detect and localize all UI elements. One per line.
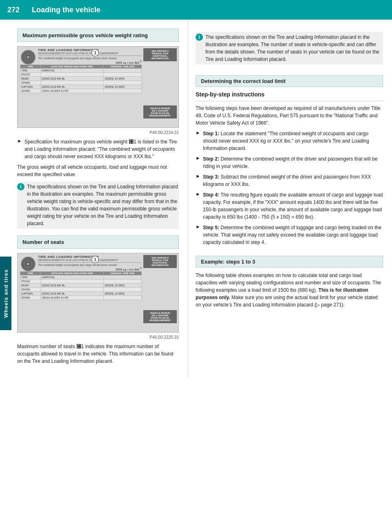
example-body-text: The following table shows examples on ho… xyxy=(196,272,383,308)
header-bar: 272 Loading the vehicle xyxy=(0,0,392,20)
step-3-body: Subtract the combined weight of the driv… xyxy=(203,174,371,187)
arrow-item-1: ► Specification for maximum gross vehicl… xyxy=(17,138,179,160)
step-4-text: Step 4: The resulting figure equals the … xyxy=(203,191,383,221)
step-1-arrow: ► xyxy=(196,130,200,152)
left-column: Maximum permissible gross vehicle weight… xyxy=(0,20,188,377)
svg-point-2 xyxy=(27,56,29,58)
step-1-body: Locate the statement "The combined weigh… xyxy=(203,131,369,151)
placard-image-2: 1 TIRE AND LOADING INFORMATION RENSEIGNE… xyxy=(17,253,179,333)
section-box-2: Number of seats xyxy=(17,235,179,249)
placard-logo-1 xyxy=(21,50,36,65)
step-5-text: Step 5: Determine the combined weight of… xyxy=(203,224,383,246)
step-4-body: The resulting figure equals the availabl… xyxy=(203,192,383,220)
placard-table-1: TIRE DATE DES PNEUS/ INFLATION TIRE ORIG… xyxy=(20,61,142,93)
placard-sidebar-info-1: SEE DRIVER'SMANUAL FORADDITIONALINFORMAT… xyxy=(143,48,177,61)
placard-logo-circle xyxy=(21,50,36,65)
step-2-label: Step 2: xyxy=(203,156,219,162)
placard-info-line: The combined weight of occupants and car… xyxy=(38,56,142,60)
placard-sidebar-info-2b: VEHICLE MANUEDE L'USAGERPOUR PLUS DERENS… xyxy=(143,310,177,323)
placard-logo-2 xyxy=(21,257,36,271)
arrow-symbol-1: ► xyxy=(17,138,22,160)
info-box-1: i The specifications shown on the Tire a… xyxy=(17,181,179,229)
step-2-text: Step 2: Determine the combined weight of… xyxy=(203,155,383,170)
placard-image-1: 1 TIRE AND LOADING INFORMATION RENSEIGNE… xyxy=(17,46,179,128)
step-instructions-title: Step-by-step instructions xyxy=(196,91,383,98)
arrow-text-1: Specification for maximum gross vehicle … xyxy=(24,138,179,160)
right-column: i The specifications shown on the Tire a… xyxy=(188,20,392,377)
step-5-body: Determine the combined weight of luggage… xyxy=(203,225,381,245)
step-5-label: Step 5: xyxy=(203,225,219,230)
placard-info-line-2: The combined weight of occupants and car… xyxy=(38,262,142,266)
step-1-text: Step 1: Locate the statement "The combin… xyxy=(203,130,383,152)
step-4-item: ► Step 4: The resulting figure equals th… xyxy=(196,191,383,221)
info-box-right-top: i The specifications shown on the Tire a… xyxy=(196,32,383,65)
section-side-tab: Wheels and tires xyxy=(0,257,11,330)
svg-point-5 xyxy=(27,263,29,265)
placard-table-2: TIRE DATE DES PNEUS/ INFLATION TIRE ORIG… xyxy=(20,268,142,300)
info-icon-1: i xyxy=(17,183,24,190)
step-5-arrow: ► xyxy=(196,224,200,246)
step-3-arrow: ► xyxy=(196,173,200,188)
step-1-item: ► Step 1: Locate the statement "The comb… xyxy=(196,130,383,152)
section-box-1: Maximum permissible gross vehicle weight… xyxy=(17,29,179,42)
step-4-arrow: ► xyxy=(196,191,200,221)
main-content: Maximum permissible gross vehicle weight… xyxy=(0,20,392,377)
step-2-item: ► Step 2: Determine the combined weight … xyxy=(196,155,383,170)
page-number: 272 xyxy=(0,0,29,20)
step-1-label: Step 1: xyxy=(203,131,219,136)
step-3-item: ► Step 3: Subtract the combined weight o… xyxy=(196,173,383,188)
step-3-label: Step 3: xyxy=(203,174,219,180)
placard-caption-1: P40.00-2224-31 xyxy=(17,130,179,135)
step-5-item: ► Step 5: Determine the combined weight … xyxy=(196,224,383,246)
example-box: Example: steps 1 to 3 xyxy=(196,256,383,268)
placard-header-text-1: TIRE AND LOADING INFORMATION RENSEIGNEME… xyxy=(38,48,142,55)
step-3-text: Step 3: Subtract the combined weight of … xyxy=(203,173,383,188)
placard-logo-circle-2 xyxy=(21,257,36,271)
divider-1 xyxy=(196,101,383,101)
info-text-1: The specifications shown on the Tire and… xyxy=(27,183,179,227)
step-4-label: Step 4: xyxy=(203,192,219,198)
intro-text: The following steps have been developed … xyxy=(196,105,383,127)
step-2-body: Determine the combined weight of the dri… xyxy=(203,156,378,169)
page-title: Loading the vehicle xyxy=(29,6,100,14)
info-text-right: The specifications shown on the Tire and… xyxy=(205,34,383,63)
placard-sidebar-info-1b: VEHICLE MANUEDE L'USAGERPOUR PLUS DERENS… xyxy=(143,105,177,118)
placard-sidebar-info-2: SEE DRIVER'SMANUAL FORADDITIONALINFORMAT… xyxy=(143,255,177,268)
info-icon-right: i xyxy=(196,34,203,41)
determining-box: Determining the correct load limit xyxy=(196,75,383,87)
body-text-2: Maximum number of seats ⑑1 indicates the… xyxy=(17,343,179,365)
placard-header-text-2: TIRE AND LOADING INFORMATION RENSEIGNEME… xyxy=(38,255,142,262)
body-text-1: The gross weight of all vehicle occupant… xyxy=(17,163,179,178)
step-2-arrow: ► xyxy=(196,155,200,170)
placard-caption-2: P40.00-2225-31 xyxy=(17,335,179,340)
